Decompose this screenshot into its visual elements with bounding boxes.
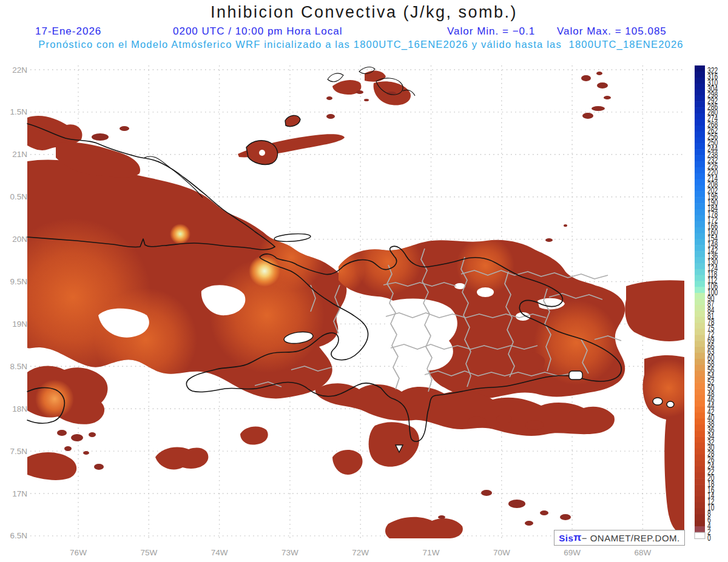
colorbar-cell	[695, 143, 705, 149]
x-tick-label: 71W	[423, 548, 440, 557]
colorbar-cell	[695, 305, 705, 311]
colorbar-cell	[695, 329, 705, 335]
colorbar-cell	[695, 347, 705, 353]
cin-field	[0, 70, 698, 538]
colorbar-cell	[695, 269, 705, 275]
colorbar-cell	[695, 101, 705, 107]
x-tick-label: 69W	[564, 548, 581, 557]
x-tick-label: 68W	[635, 548, 652, 557]
colorbar-cell	[695, 419, 705, 425]
colorbar-cell	[695, 484, 705, 490]
colorbar-cell	[695, 497, 705, 503]
colorbar-cell	[695, 245, 705, 251]
colorbar-cell	[695, 65, 705, 72]
y-tick-label: 8.5N	[10, 362, 27, 371]
colorbar-cell	[695, 257, 705, 263]
colorbar-cell	[695, 478, 705, 484]
colorbar-cell	[695, 197, 705, 203]
colorbar-cell	[695, 353, 705, 359]
colorbar-cell	[695, 371, 705, 377]
colorbar-cell	[695, 185, 705, 191]
colorbar-cell	[695, 239, 705, 245]
colorbar-cell	[695, 383, 705, 389]
colorbar-cell	[695, 467, 705, 473]
x-axis-labels: 76W75W74W73W72W71W70W69W68W	[70, 548, 651, 557]
weather-map-page: Inhibicion Convectiva (J/kg, somb.) 17-E…	[0, 0, 728, 562]
colorbar-cell	[695, 78, 705, 84]
forecast-map: 22N1.5N21N0.5N20N9.5N19N8.5N18N7.5N17N6.…	[0, 0, 728, 562]
y-tick-label: 0.5N	[10, 192, 27, 201]
y-tick-label: 21N	[12, 150, 27, 159]
colorbar-cell	[695, 317, 705, 323]
colorbar-cell	[695, 526, 705, 532]
colorbar-cell	[695, 155, 705, 161]
colorbar-cell	[695, 490, 705, 497]
y-tick-label: 6.5N	[10, 531, 27, 540]
colorbar-cell	[695, 311, 705, 317]
colorbar-cell	[695, 515, 705, 521]
x-tick-label: 72W	[352, 548, 369, 557]
watermark-org: ONAMET/REP.DOM.	[590, 533, 680, 543]
colorbar-cell	[695, 389, 705, 395]
colorbar-cell	[695, 520, 705, 526]
colorbar-cell	[695, 251, 705, 257]
colorbar-cell	[695, 179, 705, 186]
colorbar-cell	[695, 443, 705, 449]
y-axis-labels: 22N1.5N21N0.5N20N9.5N19N8.5N18N7.5N17N6.…	[10, 65, 27, 541]
colorbar-cell	[695, 125, 705, 132]
colorbar-cell	[695, 107, 705, 113]
colorbar-cell	[695, 227, 705, 233]
watermark-brand: Sis	[559, 533, 573, 543]
colorbar-cell	[695, 323, 705, 329]
watermark-dash: −	[582, 533, 590, 543]
colorbar-cell	[695, 275, 705, 281]
colorbar-cell	[695, 401, 705, 407]
colorbar-cell	[695, 161, 705, 167]
colorbar-cell	[695, 221, 705, 227]
colorbar-cell	[695, 167, 705, 173]
colorbar-cell	[695, 203, 705, 209]
colorbar-cell	[695, 287, 705, 293]
colorbar-cell	[695, 281, 705, 287]
colorbar-cell	[695, 430, 705, 437]
colorbar-cell	[695, 376, 705, 383]
colorbar-cell	[695, 119, 705, 125]
colorbar-cell	[695, 509, 705, 515]
colorbar-label: 0	[707, 533, 711, 543]
colorbar-cell	[695, 293, 705, 299]
colorbar-cell	[695, 173, 705, 179]
colorbar-cell	[695, 263, 705, 269]
y-tick-label: 7.5N	[10, 447, 27, 456]
x-tick-label: 76W	[70, 548, 87, 557]
colorbar-cell	[695, 413, 705, 419]
colorbar-cell	[695, 407, 705, 413]
colorbar-cell	[695, 149, 705, 155]
watermark-box: Sisπ− ONAMET/REP.DOM.	[554, 530, 685, 546]
colorbar-cell	[695, 365, 705, 371]
x-tick-label: 75W	[140, 548, 157, 557]
colorbar-cell	[695, 437, 705, 443]
colorbar-cell	[695, 215, 705, 221]
colorbar-cell	[695, 335, 705, 341]
colorbar-cell	[695, 359, 705, 365]
colorbar-cell	[695, 209, 705, 215]
y-tick-label: 18N	[12, 404, 27, 413]
colorbar-cell	[695, 84, 705, 90]
watermark-pi-icon: π	[573, 532, 582, 544]
y-tick-label: 9.5N	[10, 277, 27, 286]
y-tick-label: 1.5N	[10, 107, 27, 116]
colorbar-cell	[695, 455, 705, 461]
colorbar-cell	[695, 299, 705, 305]
colorbar-cell	[695, 395, 705, 401]
colorbar-cell	[695, 95, 705, 101]
colorbar-cell	[695, 137, 705, 143]
colorbar-cell	[695, 191, 705, 197]
x-tick-label: 73W	[281, 548, 298, 557]
y-tick-label: 19N	[12, 319, 27, 329]
colorbar-cell	[695, 132, 705, 138]
colorbar-cell	[695, 532, 705, 538]
colorbar-cell	[695, 341, 705, 347]
x-tick-label: 74W	[211, 548, 228, 557]
colorbar-cell	[695, 449, 705, 455]
y-tick-label: 17N	[12, 489, 27, 498]
